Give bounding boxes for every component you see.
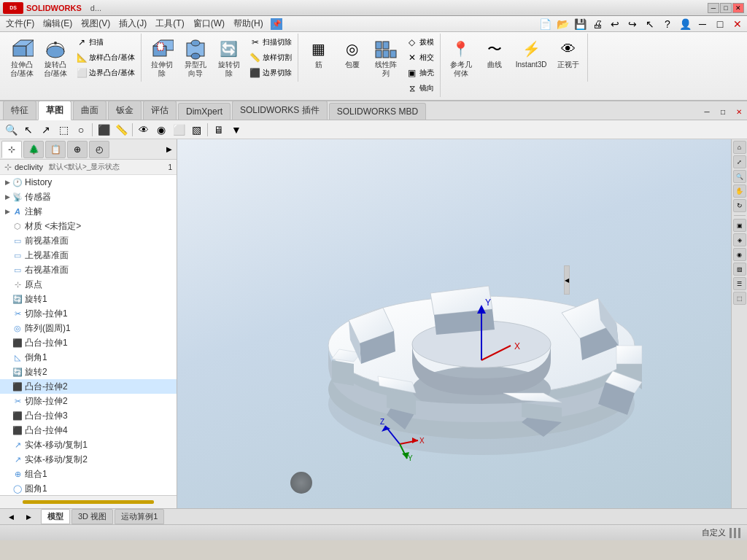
btn-revolve-boss[interactable]: 旋转凸台/基体 <box>39 35 71 80</box>
filter-btn[interactable]: ⬛ <box>96 122 112 138</box>
right-btn-pan[interactable]: ✋ <box>733 184 746 198</box>
right-btn-view2[interactable]: ◈ <box>733 233 746 246</box>
tab-evaluate[interactable]: 评估 <box>143 101 177 120</box>
right-btn-zoom-extent[interactable]: ⤢ <box>733 155 746 168</box>
search-btn[interactable]: 🔍 <box>3 122 19 138</box>
qat-close-ribbon[interactable]: ✕ <box>729 16 746 32</box>
qat-user[interactable]: 👤 <box>677 16 693 32</box>
btn-revolve-cut[interactable]: 🔄 旋转切除 <box>213 35 245 80</box>
tree-item-move2[interactable]: ▶ ↗ 实体-移动/复制2 <box>0 452 177 467</box>
btn-sweep[interactable]: ↗ 扫描 <box>73 35 138 50</box>
tree-item-cut-extrude1[interactable]: ▶ ✂ 切除-拉伸1 <box>0 306 177 321</box>
btn-shell[interactable]: ▣ 抽壳 <box>403 66 437 80</box>
tree-item-revolve2[interactable]: ▶ 🔄 旋转2 <box>0 365 177 379</box>
menu-tools[interactable]: 工具(T) <box>151 16 188 31</box>
3d-viewport[interactable]: Y X Z X Y <box>177 139 731 508</box>
tree-item-top-plane[interactable]: ▶ ▭ 上视基准面 <box>0 248 177 262</box>
btn-boundary-boss[interactable]: ⬜ 边界凸台/基体 <box>73 66 138 80</box>
pin-icon[interactable]: 📌 <box>271 18 282 30</box>
btn-loft-boss[interactable]: 📐 放样凸台/基体 <box>73 50 138 65</box>
tree-item-combine1[interactable]: ▶ ⊕ 组合1 <box>0 467 177 481</box>
tab-feature[interactable]: 特征 <box>3 101 36 120</box>
tree-item-move1[interactable]: ▶ ↗ 实体-移动/复制1 <box>0 438 177 452</box>
btn-draft[interactable]: ◇ 拨模 <box>403 35 437 50</box>
restore-button[interactable]: □ <box>720 3 732 13</box>
feature-tree[interactable]: ▶ 🕐 History ▶ 📡 传感器 ▶ A 注解 ▶ ⬡ 材质 <未指定> <box>0 175 177 495</box>
tab-restore[interactable]: □ <box>715 104 731 120</box>
tree-item-pattern1[interactable]: ▶ ◎ 阵列(圆周)1 <box>0 321 177 335</box>
expand-history[interactable]: ▶ <box>3 178 12 187</box>
expand-sensors[interactable]: ▶ <box>3 192 12 201</box>
tab-close[interactable]: ✕ <box>731 104 747 120</box>
panel-tab-config[interactable]: ⊕ <box>67 141 88 158</box>
monitor-btn[interactable]: 🖥 <box>211 122 227 138</box>
right-btn-view3[interactable]: ◉ <box>733 248 746 261</box>
display2-btn[interactable]: ▧ <box>188 122 204 138</box>
tree-item-fillet1[interactable]: ▶ ◯ 圆角1 <box>0 481 177 495</box>
panel-tab-filter[interactable]: ⊹ <box>1 141 22 158</box>
qat-restore[interactable]: □ <box>712 16 728 32</box>
minimize-button[interactable]: ─ <box>708 3 719 13</box>
btn-normal-to[interactable]: 👁 正视于 <box>552 35 584 71</box>
menu-help[interactable]: 帮助(H) <box>229 16 268 31</box>
right-btn-view5[interactable]: ☰ <box>733 277 746 290</box>
right-btn-view1[interactable]: ▣ <box>733 219 746 232</box>
display1-btn[interactable]: ⬜ <box>171 122 187 138</box>
sphere-btn[interactable]: ◉ <box>153 122 169 138</box>
tree-item-history[interactable]: ▶ 🕐 History <box>0 175 177 190</box>
qat-print[interactable]: 🖨 <box>589 16 605 32</box>
qat-minimize[interactable]: ─ <box>694 16 711 32</box>
right-btn-home[interactable]: ⌂ <box>733 141 746 154</box>
lasso-btn[interactable]: ○ <box>73 122 89 138</box>
tree-item-annotations[interactable]: ▶ A 注解 <box>0 204 177 219</box>
panel-tab-tree[interactable]: 🌲 <box>23 141 44 158</box>
qat-redo[interactable]: ↪ <box>624 16 640 32</box>
tab-sw-mbd[interactable]: SOLIDWORKS MBD <box>329 103 426 120</box>
status-resize-handle[interactable] <box>729 528 741 538</box>
btn-ref-geometry[interactable]: 📍 参考几何体 <box>445 35 477 80</box>
qat-select[interactable]: ↖ <box>642 16 658 32</box>
more-btn[interactable]: ▼ <box>228 122 244 138</box>
cursor-btn[interactable]: ↗ <box>38 122 54 138</box>
tree-item-boss-extrude4[interactable]: ▶ ⬛ 凸台-拉伸4 <box>0 423 177 438</box>
tab-minimize[interactable]: ─ <box>699 104 715 120</box>
tree-item-material[interactable]: ▶ ⬡ 材质 <未指定> <box>0 219 177 233</box>
btn-loft-cut[interactable]: 📏 放样切割 <box>247 50 295 65</box>
right-btn-rotate[interactable]: ↻ <box>733 199 746 212</box>
btn-rib[interactable]: ▦ 筋 <box>303 35 335 71</box>
tree-item-revolve1[interactable]: ▶ 🔄 旋转1 <box>0 292 177 306</box>
btn-intersect[interactable]: ✕ 相交 <box>403 50 437 65</box>
qat-undo[interactable]: ↩ <box>607 16 623 32</box>
tree-item-boss-extrude1[interactable]: ▶ ⬛ 凸台-拉伸1 <box>0 335 177 350</box>
measure-btn[interactable]: 📏 <box>113 122 129 138</box>
bottom-tab-motion[interactable]: 运动算例1 <box>115 509 164 524</box>
bottom-tab-model[interactable]: 模型 <box>41 509 70 524</box>
collapse-handle[interactable]: ◀ <box>564 265 570 295</box>
right-btn-zoom-area[interactable]: 🔍 <box>733 170 746 183</box>
menu-edit[interactable]: 编辑(E) <box>39 16 77 31</box>
btn-mirror[interactable]: ⧖ 镜向 <box>403 81 437 96</box>
qat-help[interactable]: ? <box>659 16 676 32</box>
tree-item-boss-extrude3[interactable]: ▶ ⬛ 凸台-拉伸3 <box>0 408 177 423</box>
tree-scroll-right[interactable]: ▶ <box>20 509 36 525</box>
tree-scroll-left[interactable]: ◀ <box>3 509 19 525</box>
btn-sweep-cut[interactable]: ✂ 扫描切除 <box>247 35 295 50</box>
tree-item-sensors[interactable]: ▶ 📡 传感器 <box>0 190 177 204</box>
qat-save[interactable]: 💾 <box>572 16 588 32</box>
btn-instant3d[interactable]: ⚡ Instant3D <box>512 35 551 71</box>
tab-sketch[interactable]: 草图 <box>38 101 71 120</box>
bottom-tab-3dview[interactable]: 3D 视图 <box>71 509 113 524</box>
right-btn-view4[interactable]: ▨ <box>733 262 746 276</box>
tab-sheetmetal[interactable]: 钣金 <box>108 101 142 120</box>
tree-item-chamfer1[interactable]: ▶ ◺ 倒角1 <box>0 350 177 365</box>
expand-annotations[interactable]: ▶ <box>3 207 12 216</box>
panel-expand-btn[interactable]: ▶ <box>163 144 175 155</box>
tab-dimxpert[interactable]: DimXpert <box>178 103 231 120</box>
btn-hole-wizard[interactable]: 异型孔向导 <box>179 35 212 80</box>
menu-insert[interactable]: 插入(J) <box>115 16 151 31</box>
rollback-bar[interactable] <box>23 500 154 504</box>
menu-file[interactable]: 文件(F) <box>1 16 39 31</box>
tree-item-origin[interactable]: ▶ ⊹ 原点 <box>0 277 177 292</box>
menu-view[interactable]: 视图(V) <box>77 16 115 31</box>
btn-extrude-cut[interactable]: 拉伸切除 <box>146 35 178 80</box>
